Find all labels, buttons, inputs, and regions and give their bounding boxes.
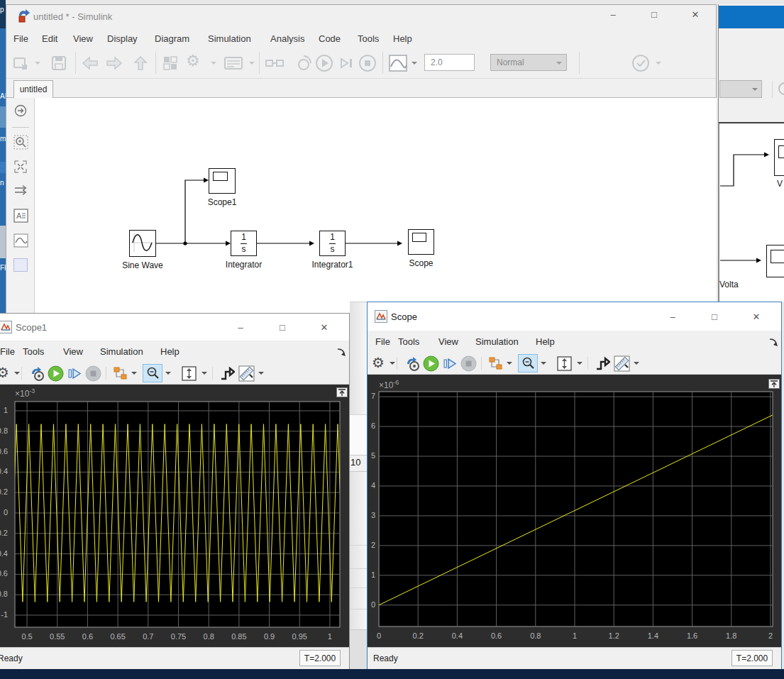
step-back-icon[interactable] [294,53,314,73]
step-forward-icon[interactable] [67,365,83,382]
model-advisor-caret[interactable] [656,62,661,65]
menu-diagram[interactable]: Diagram [155,29,189,48]
simulink-link-icon[interactable] [405,356,421,372]
image-annotation-icon[interactable] [13,233,28,248]
signal-routing-icon[interactable] [13,184,28,197]
zoom-caret[interactable] [165,372,171,375]
save-icon[interactable] [50,55,67,72]
area-box-icon[interactable] [13,258,28,272]
scope-app-icon [375,310,387,323]
trigger-icon[interactable] [219,365,235,382]
menu-tools[interactable]: Tools [398,331,419,353]
background-block-1[interactable] [774,139,784,176]
library-browser-icon[interactable] [162,55,180,72]
up-icon[interactable] [132,55,149,72]
signal-selector-caret[interactable] [507,362,512,365]
menu-file[interactable]: File [375,331,390,353]
model-advisor-icon[interactable] [631,53,651,73]
trigger-icon[interactable] [595,355,610,372]
settings-caret[interactable] [14,372,20,375]
menu-view[interactable]: View [63,341,83,363]
close-button[interactable]: ✕ [751,311,762,322]
stop-icon[interactable] [358,53,377,73]
update-diagram-icon[interactable] [265,55,285,72]
run-icon[interactable] [314,53,334,73]
measurements-icon[interactable] [238,365,255,382]
sim-mode-dropdown[interactable]: Normal [490,54,567,71]
menu-file[interactable]: File [13,29,28,48]
annotation-icon[interactable]: A [13,209,28,223]
simulink-maximize-button[interactable]: □ [648,9,660,20]
zoom-caret[interactable] [541,362,546,365]
background-block-2[interactable] [766,245,784,277]
menu-help[interactable]: Help [393,29,412,48]
step-forward-icon[interactable] [442,355,458,372]
measurements-caret[interactable] [258,372,264,375]
scale-caret[interactable] [201,372,207,375]
scale-y-axis-icon[interactable] [556,355,573,372]
zoom-region-icon[interactable] [13,135,28,150]
zoom-out-icon [146,366,160,380]
signal-selector-icon[interactable] [488,356,504,372]
menu-help[interactable]: Help [536,331,555,353]
run-icon[interactable] [48,365,64,382]
menu-file[interactable]: File [0,341,15,363]
menu-code[interactable]: Code [319,29,341,48]
new-model-caret[interactable] [35,62,40,65]
run-icon[interactable] [423,355,439,372]
menu-simulation[interactable]: Simulation [208,29,251,48]
menu-display[interactable]: Display [107,29,138,48]
maximize-button[interactable]: □ [709,311,720,322]
measurements-icon[interactable] [613,355,631,372]
menu-help[interactable]: Help [160,341,180,363]
measurements-caret[interactable] [634,362,639,365]
model-settings-icon[interactable]: ⚙ [186,52,200,70]
model-settings-caret[interactable] [211,62,216,65]
settings-caret[interactable] [390,362,395,365]
fit-to-view-icon[interactable] [13,160,28,174]
menu-view[interactable]: View [73,29,93,48]
background-mode-dropdown[interactable] [719,80,762,98]
titlebar[interactable]: Scope – □ ✕ [368,302,781,331]
back-icon[interactable] [81,55,99,72]
forward-icon[interactable] [105,55,123,72]
menu-edit[interactable]: Edit [42,29,57,48]
dock-arrow-icon[interactable] [336,347,346,357]
menu-tools[interactable]: Tools [358,29,379,48]
stop-icon[interactable] [85,365,101,382]
dock-arrow-icon[interactable] [768,337,778,347]
hide-browser-icon[interactable] [14,104,27,117]
maximize-button[interactable]: □ [277,321,288,333]
stop-icon[interactable] [460,355,477,372]
menu-view[interactable]: View [438,331,458,353]
minimize-button[interactable]: – [235,321,246,333]
menu-analysis[interactable]: Analysis [270,29,304,48]
model-config-caret[interactable] [249,62,255,65]
titlebar[interactable]: Scope1 – □ ✕ [0,314,349,341]
data-inspector-icon[interactable] [388,54,408,72]
menu-tools[interactable]: Tools [23,341,44,363]
scale-caret[interactable] [577,362,583,365]
step-forward-icon[interactable] [337,53,357,73]
scale-y-axis-icon[interactable] [181,365,197,382]
settings-gear-icon[interactable]: ⚙ [0,364,9,381]
simulink-canvas[interactable] [35,98,717,315]
sim-time-box: T=2.000 [299,650,341,666]
close-button[interactable]: ✕ [319,321,330,333]
sim-stop-time-input[interactable] [424,54,475,71]
model-config-icon[interactable] [223,55,244,72]
menu-simulation[interactable]: Simulation [475,331,519,353]
signal-selector-caret[interactable] [131,372,137,375]
settings-gear-icon[interactable]: ⚙ [372,354,385,371]
signal-selector-icon[interactable] [113,366,128,382]
scope1-window: Scope1 – □ ✕ FileToolsViewSimulationHelp… [0,313,350,669]
simulink-close-button[interactable]: ✕ [690,9,701,20]
data-inspector-caret[interactable] [412,62,417,65]
minimize-button[interactable]: – [667,311,678,322]
tab-untitled[interactable]: untitled [13,80,53,98]
simulink-minimize-button[interactable]: – [607,9,619,20]
menu-simulation[interactable]: Simulation [100,341,143,363]
simulink-titlebar[interactable]: untitled * - Simulink – □ ✕ [6,5,716,29]
simulink-link-icon[interactable] [30,366,45,382]
new-model-icon[interactable] [12,55,29,72]
